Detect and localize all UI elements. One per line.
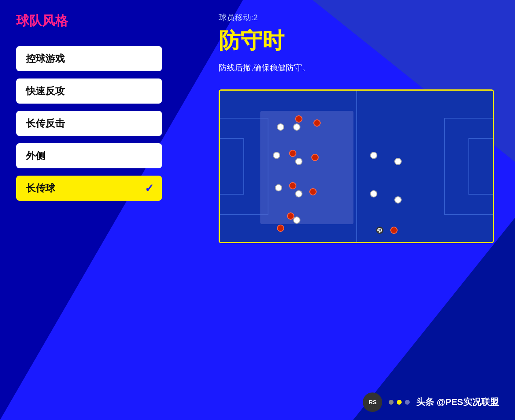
- menu-item-changchuan[interactable]: 长传反击: [16, 111, 162, 136]
- player-white-7: [293, 216, 300, 224]
- menu-item-label: 控球游戏: [26, 52, 65, 65]
- field-diagram: [219, 89, 494, 243]
- player-red-8: [277, 225, 284, 232]
- player-move-label: 球员移动:2: [219, 12, 499, 23]
- menu-list: 控球游戏 快速反攻 长传反击 外侧 长传球 ✓: [16, 46, 202, 201]
- player-white-1: [277, 123, 284, 131]
- defense-desc: 防线后撤,确保稳健防守。: [219, 62, 499, 73]
- player-red-9: [390, 227, 398, 234]
- field-inner: [220, 91, 493, 242]
- menu-item-label: 长传球: [26, 182, 55, 195]
- menu-item-changchuanqiu[interactable]: 长传球 ✓: [16, 176, 162, 201]
- player-white-5: [275, 184, 282, 191]
- ball: [376, 227, 383, 234]
- player-white-6: [295, 190, 302, 197]
- right-panel: 球员移动:2 防守时 防线后撤,确保稳健防守。: [202, 12, 499, 408]
- menu-item-label: 快速反攻: [26, 85, 65, 98]
- center-line: [356, 91, 357, 242]
- checkmark-icon: ✓: [145, 182, 154, 195]
- player-red-5: [289, 182, 296, 189]
- menu-item-label: 外侧: [26, 149, 45, 162]
- goal-box-right: [468, 138, 493, 195]
- player-white-11: [394, 196, 402, 204]
- player-white-10: [370, 190, 377, 197]
- defense-title: 防守时: [219, 26, 499, 56]
- blue-zone: [260, 111, 353, 224]
- player-red-7: [287, 212, 294, 220]
- player-white-4: [295, 158, 302, 165]
- goal-box-left: [220, 138, 244, 195]
- player-red-1: [295, 115, 302, 123]
- player-white-8: [370, 152, 377, 159]
- menu-item-waice[interactable]: 外侧: [16, 143, 162, 168]
- player-red-6: [309, 188, 317, 195]
- left-panel: 球队风格 控球游戏 快速反攻 长传反击 外侧 长传球 ✓: [16, 12, 202, 408]
- menu-item-kuaisu[interactable]: 快速反攻: [16, 78, 162, 104]
- player-white-9: [394, 158, 402, 165]
- player-white-2: [293, 123, 300, 131]
- player-red-4: [311, 154, 319, 161]
- player-red-2: [313, 119, 321, 127]
- section-title: 球队风格: [16, 12, 202, 30]
- player-red-3: [289, 150, 296, 157]
- page-layout: 球队风格 控球游戏 快速反攻 长传反击 外侧 长传球 ✓ 球员移动:2 防守时: [0, 0, 515, 420]
- player-white-3: [273, 152, 280, 159]
- menu-item-kongqiu[interactable]: 控球游戏: [16, 46, 162, 71]
- menu-item-label: 长传反击: [26, 117, 65, 130]
